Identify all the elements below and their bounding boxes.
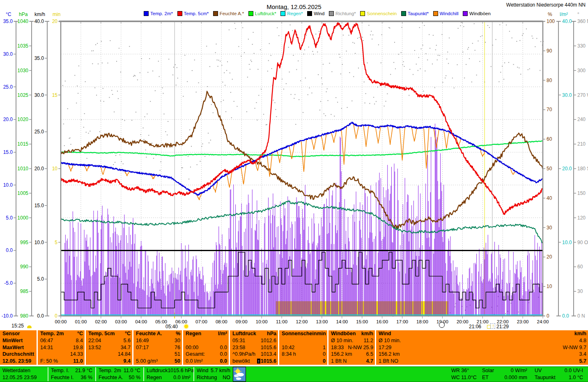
svg-text:35.0: 35.0	[3, 18, 13, 24]
statusbar-row: WR 36°	[449, 367, 478, 374]
sun-icon	[184, 325, 188, 328]
svg-text:330: 330	[577, 43, 586, 49]
table-header-row: Sonnenscheinmin	[279, 330, 328, 337]
svg-text:270 W: 270 W	[577, 92, 588, 98]
table-row: 5.00 g/m³50	[133, 358, 183, 365]
svg-text:0 N: 0 N	[577, 313, 585, 319]
svg-text:1010: 1010	[17, 166, 28, 172]
table-row: 23:581015.6	[230, 344, 279, 351]
svg-text:40.0: 40.0	[34, 18, 44, 24]
svg-text:5.0: 5.0	[37, 276, 44, 282]
svg-text:985: 985	[20, 288, 28, 294]
table-row: 0	[279, 358, 328, 365]
svg-text:1005: 1005	[17, 190, 28, 196]
table-value: 8.4	[76, 337, 83, 344]
svg-text:17:00: 17:00	[396, 319, 408, 324]
svg-text:1030: 1030	[17, 68, 28, 73]
svg-text:1025: 1025	[17, 92, 28, 98]
svg-text:07:00: 07:00	[195, 319, 207, 324]
sensor-stats-table: SensorMinWertMaxWertDurchschnitt12.05. 2…	[0, 330, 588, 365]
table-value: ↑1015.6	[257, 358, 276, 365]
table-row: 00:000.0	[183, 344, 230, 351]
statusbar-cell-6: Solar0 W/m²ET0.000 mm	[480, 367, 530, 381]
svg-text:30.0: 30.0	[3, 51, 13, 57]
statusbar-row: Luftdruck1015.6 hPa	[144, 367, 193, 374]
statusbar-row: WC 11.0°C	[449, 374, 478, 381]
table-column-feuchte-a-: Feuchte A.%16:493007:1776515.00 g/m³50	[132, 330, 183, 365]
table-row: 156.2 km3.4	[376, 351, 588, 358]
statusbar-row: Taupunkt1.0 °C	[532, 374, 586, 381]
svg-text:20: 20	[547, 254, 552, 260]
table-value: 0.0	[220, 351, 227, 358]
svg-text:15:00: 15:00	[356, 319, 368, 324]
table-value: 4.7	[366, 358, 373, 365]
svg-text:24:00: 24:00	[537, 319, 549, 324]
svg-text:40: 40	[547, 195, 552, 201]
svg-text:10:00: 10:00	[256, 319, 268, 324]
table-header-row: Windböenkm/h	[328, 330, 376, 337]
table-value: 0.0	[220, 344, 227, 351]
svg-text:60: 60	[547, 136, 552, 142]
table-value: 9.4	[124, 358, 131, 365]
svg-text:10: 10	[52, 166, 58, 172]
table-row: 07:1776	[133, 344, 183, 351]
svg-text:60: 60	[577, 264, 583, 270]
table-value: 50	[175, 358, 180, 365]
table-column-wind: Windkm/hØ 10 min.4.817:29W-NW 9.7156.2 k…	[375, 330, 588, 365]
table-column-temp-2m: Temp. 2m°C06:478.414:3119.814.33F: 50 %1…	[37, 330, 86, 365]
statusbar-row: RichtungNO	[194, 374, 233, 381]
svg-text:0: 0	[547, 313, 549, 319]
table-row: 16:4930	[133, 337, 183, 344]
table-row: 8:34 h0	[279, 351, 328, 358]
svg-text:14:00: 14:00	[336, 319, 348, 324]
table-value: 0	[323, 351, 326, 358]
svg-text:240: 240	[577, 117, 586, 122]
svg-text:02:00: 02:00	[95, 319, 107, 324]
svg-text:12:00: 12:00	[296, 319, 308, 324]
statusbar-row: Temp. 2m11.0 °C	[96, 367, 143, 374]
table-value: 5.6	[124, 337, 131, 344]
table-row: Ø 10 min.4.8	[376, 337, 588, 344]
weather-chart-svg: 00:0001:0002:0003:0004:0005:0006:0007:00…	[0, 0, 588, 330]
status-bar: Wetterdaten12.05.25 23:59Temp. I.21.9 °C…	[0, 366, 588, 382]
table-row: 06:478.4	[38, 337, 86, 344]
svg-text:980: 980	[20, 313, 28, 319]
table-row: ^0.9hPa/h1013.4	[230, 351, 279, 358]
table-column-temp-5cm: Temp. 5cm°C22:045.613:5234.714.849.4	[85, 330, 133, 365]
svg-text:5.0: 5.0	[6, 215, 13, 221]
svg-text:100: 100	[547, 18, 555, 24]
svg-text:03:00: 03:00	[115, 319, 127, 324]
svg-text:08:00: 08:00	[216, 319, 227, 324]
svg-text:13:00: 13:00	[316, 319, 328, 324]
svg-text:0.0: 0.0	[37, 313, 44, 319]
moonrise-time-label: 15:25	[11, 323, 24, 329]
table-value: 34.7	[121, 344, 131, 351]
svg-text:1000: 1000	[17, 215, 28, 221]
table-value: 76	[175, 344, 180, 351]
table-header-row: Sensor	[0, 330, 37, 337]
table-value: 51	[175, 351, 180, 358]
moonrise-time2-label: 21:29	[496, 324, 509, 329]
svg-text:0.0: 0.0	[562, 313, 569, 319]
table-value: 5.7	[579, 358, 586, 365]
statusbar-cell-2: Temp. 2m11.0 °CFeuchte A.50 %	[95, 367, 143, 381]
table-value: 1	[323, 344, 326, 351]
svg-text:50: 50	[547, 166, 552, 172]
weather-station-page: Montag, 12.05.2025 Wetterstation Nieders…	[0, 0, 588, 382]
table-value: 1015.6	[261, 344, 276, 351]
table-value: 0	[323, 358, 326, 365]
table-row: 0.0 l/m²0.0	[183, 358, 230, 365]
table-row: 10:421	[279, 344, 328, 351]
table-value: 0.0	[220, 358, 227, 365]
svg-text:995: 995	[20, 240, 28, 245]
statusbar-row: 12.05.25 23:59	[0, 374, 46, 381]
svg-text:20: 20	[52, 18, 58, 24]
table-value: 1013.4	[261, 351, 276, 358]
svg-text:35.0: 35.0	[34, 55, 44, 61]
statusbar-cell-3: Luftdruck1015.6 hPaRegen0.0 l/m²	[143, 367, 193, 381]
statusbar-row: Regen0.0 l/m²	[144, 374, 193, 381]
table-value: 11.2	[364, 337, 373, 344]
svg-text:30.0: 30.0	[34, 92, 44, 98]
svg-text:1015: 1015	[17, 141, 28, 147]
statusbar-cell-0: Wetterdaten12.05.25 23:59	[0, 367, 46, 381]
